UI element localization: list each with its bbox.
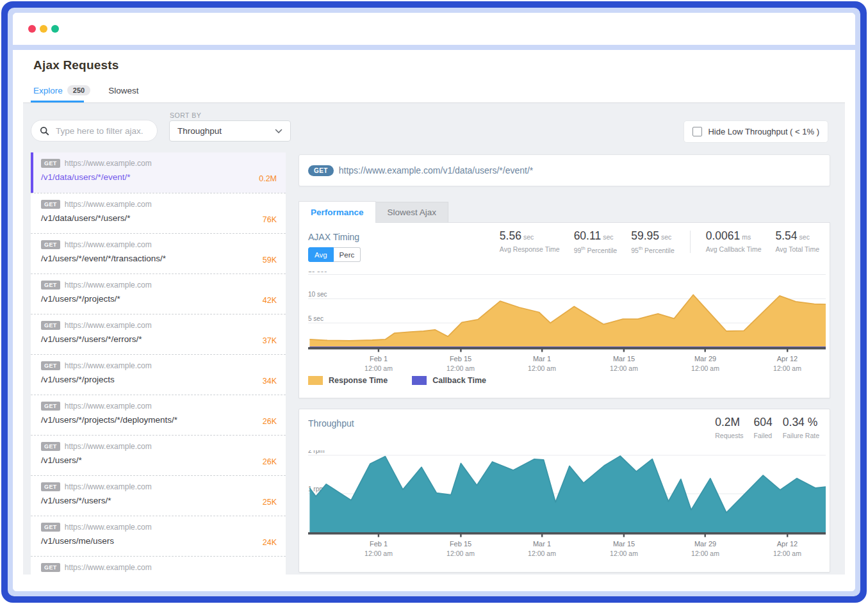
request-path: /v1/users/*/projects/* (41, 294, 277, 304)
x-axis-tick: Feb 1512:00 am (432, 540, 489, 557)
list-item[interactable]: GEThttps://www.example.com/v1/data/users… (31, 193, 286, 233)
throughput-count: 76K (263, 215, 277, 224)
stat-label: 95th Percentile (631, 245, 675, 254)
minimize-button[interactable] (40, 25, 47, 33)
throughput-title: Throughput (308, 418, 354, 429)
method-badge: GET (41, 159, 60, 168)
method-badge: GET (41, 240, 60, 249)
request-host: https://www.example.com (65, 321, 152, 330)
x-axis-tick: Apr 1212:00 am (758, 540, 816, 557)
tab-performance[interactable]: Performance (299, 201, 376, 223)
list-item[interactable]: GEThttps://www.example.com/v1/users/*/pr… (31, 395, 286, 435)
throughput-count: 25K (263, 498, 277, 507)
method-badge: GET (41, 361, 60, 370)
request-host: https://www.example.com (65, 482, 152, 491)
sort-dropdown[interactable]: Throughput (169, 120, 291, 142)
x-axis-tick: Mar 112:00 am (513, 355, 571, 372)
request-host: https://www.example.com (65, 240, 152, 249)
timing-stats: 5.56secAvg Response Time60.11sec99th Per… (500, 229, 819, 254)
stat: 5.54secAvg Total Time (776, 229, 819, 254)
stat-label: Failed (754, 432, 773, 439)
ajax-timing-panel: AJAX Timing Avg Perc 5.56secAvg Response… (299, 222, 830, 398)
window-frame: Ajax Requests Explore 250 Slowest (8, 8, 860, 596)
stat-value: 60.11 (574, 229, 602, 242)
stat: 5.56secAvg Response Time (500, 229, 560, 254)
window-titlebar (13, 13, 855, 45)
ajax-timing-title: AJAX Timing (308, 232, 359, 242)
throughput-count: 34K (263, 377, 277, 386)
request-path: /v1/users/*/users/*/errors/* (41, 334, 277, 344)
hide-low-throughput-toggle[interactable]: Hide Low Throughput ( < 1% ) (684, 120, 828, 143)
avg-perc-toggle: Avg Perc (308, 247, 361, 262)
window-controls[interactable] (28, 25, 59, 33)
stat: 0.0061msAvg Callback Time (706, 229, 762, 254)
stat-label: Avg Callback Time (706, 245, 762, 253)
throughput-chart-xaxis: Feb 112:00 amFeb 1512:00 amMar 112:00 am… (308, 540, 826, 566)
throughput-stats: 0.2MRequests604Failed0.34 %Failure Rate (715, 416, 819, 439)
x-axis-tick: Mar 2912:00 am (676, 355, 734, 372)
list-item[interactable]: GEThttps://www.example.com/v1/users/*/us… (31, 475, 286, 516)
toggle-perc-button[interactable]: Perc (334, 247, 361, 262)
maximize-button[interactable] (51, 25, 59, 33)
stat: 0.34 %Failure Rate (783, 416, 819, 439)
x-axis-tick: Mar 112:00 am (513, 540, 571, 557)
method-badge: GET (41, 563, 60, 572)
tab-explore[interactable]: Explore 250 (33, 85, 90, 95)
request-path: /v1/users/*/users/* (41, 496, 277, 505)
legend-label: Callback Time (432, 376, 486, 385)
stat: 59.95sec95th Percentile (631, 229, 675, 254)
method-badge: GET (41, 321, 60, 330)
svg-text:2 rpm: 2 rpm (308, 450, 325, 454)
stat-label: Failure Rate (783, 432, 819, 439)
legend-item[interactable]: Response Time (308, 376, 388, 385)
x-axis-tick: Mar 2912:00 am (676, 540, 734, 557)
list-item[interactable]: GEThttps://www.example.com/v1/users/*/us… (31, 314, 286, 354)
hide-low-throughput-checkbox[interactable] (692, 127, 702, 136)
list-item[interactable]: GEThttps://www.example.com/v1/users/*/pr… (31, 273, 286, 314)
x-axis-tick: Mar 1512:00 am (595, 540, 653, 557)
stat-value: 604 (754, 416, 773, 429)
titlebar-divider (13, 45, 855, 50)
x-axis-tick: Apr 1212:00 am (758, 355, 816, 372)
legend-label: Response Time (329, 376, 388, 385)
throughput-count: 26K (263, 417, 277, 426)
throughput-count: 26K (263, 457, 277, 466)
list-item[interactable]: GEThttps://www.example.com/v1/users/me/u… (31, 516, 286, 556)
stat: 0.2MRequests (715, 416, 743, 439)
method-badge: GET (41, 523, 60, 532)
page-tabs: Explore 250 Slowest (33, 85, 138, 95)
stats-divider (690, 231, 691, 253)
list-item[interactable]: GEThttps://www.example.com/v1/data/users… (31, 152, 286, 193)
tab-slowest-ajax[interactable]: Slowest Ajax (376, 202, 449, 223)
throughput-count: 24K (263, 538, 277, 547)
request-host: https://www.example.com (65, 563, 152, 572)
request-host: https://www.example.com (65, 442, 152, 451)
stat: 60.11sec99th Percentile (574, 229, 618, 254)
request-url-card: GET https://www.example.com/v1/data/user… (299, 154, 830, 186)
list-item[interactable]: GEThttps://www.example.com/v1/users/*/ev… (31, 233, 286, 273)
stat-unit: sec (523, 233, 534, 241)
throughput-count: 59K (263, 256, 277, 265)
hide-low-throughput-label: Hide Low Throughput ( < 1% ) (708, 127, 819, 136)
search-icon (40, 126, 49, 136)
close-button[interactable] (28, 25, 36, 33)
throughput-chart: 2 rpm1 rpm (308, 450, 826, 538)
throughput-count: 0.2M (259, 174, 277, 183)
legend-item[interactable]: Callback Time (412, 376, 486, 385)
legend-swatch (412, 376, 427, 385)
tab-slowest[interactable]: Slowest (108, 86, 138, 95)
page-title: Ajax Requests (33, 58, 119, 72)
list-item[interactable]: GEThttps://www.example.com/v1/users/*/pr… (31, 354, 286, 395)
request-path: /v1/users/me/users (41, 536, 277, 546)
list-item[interactable]: GEThttps://www.example.com/v1/users/*26K (31, 435, 286, 475)
filter-ajax-input[interactable] (54, 126, 153, 136)
stat-label: Avg Total Time (776, 245, 819, 253)
toggle-avg-button[interactable]: Avg (308, 247, 334, 262)
method-badge: GET (41, 200, 60, 209)
svg-text:5 sec: 5 sec (308, 315, 323, 322)
stat-value: 0.2M (715, 416, 740, 429)
app-content: Ajax Requests Explore 250 Slowest (13, 50, 855, 591)
browser-window: Ajax Requests Explore 250 Slowest (13, 13, 855, 591)
list-item[interactable]: GEThttps://www.example.com (31, 556, 286, 575)
stat-unit: ms (742, 233, 751, 241)
